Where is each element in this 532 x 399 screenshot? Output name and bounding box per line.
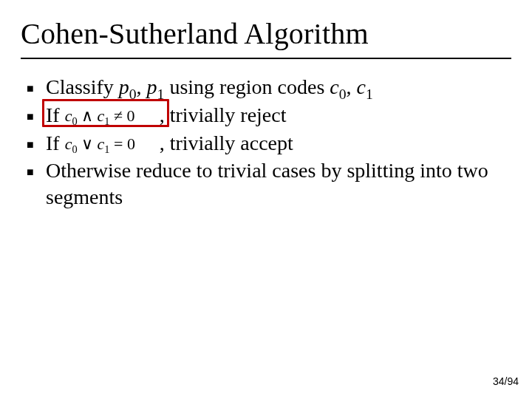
- page-number: 34/94: [493, 375, 519, 387]
- bullet-icon: ■: [27, 130, 46, 152]
- sub: 0: [72, 143, 77, 155]
- t: If: [46, 132, 65, 154]
- var-c0: c: [330, 75, 338, 98]
- bullet-4: ■ Otherwise reduce to trivial cases by s…: [27, 157, 507, 211]
- t: ,: [137, 75, 147, 98]
- fc0: c: [65, 134, 72, 153]
- var-c1: c: [357, 75, 366, 98]
- content-area: ■ Classify p0, p1 using region codes c0,…: [27, 74, 507, 212]
- op-eq: = 0: [110, 134, 135, 153]
- bullet-3-text: If c0 ∨ c1 = 0 , trivially accept: [46, 130, 507, 157]
- fc1: c: [98, 134, 105, 153]
- sub: 1: [104, 143, 109, 155]
- bullet-1: ■ Classify p0, p1 using region codes c0,…: [27, 74, 507, 100]
- bullet-icon: ■: [27, 74, 46, 96]
- title-rule: [21, 58, 511, 59]
- highlight-box: [42, 99, 169, 127]
- t: ,: [347, 75, 357, 98]
- sub: 0: [339, 86, 347, 102]
- slide: Cohen-Sutherland Algorithm ■ Classify p0…: [0, 0, 532, 399]
- t: , trivially reject: [160, 103, 287, 126]
- sub: 1: [366, 86, 373, 102]
- var-p0: p: [119, 75, 129, 98]
- slide-title: Cohen-Sutherland Algorithm: [21, 16, 369, 51]
- t: , trivially accept: [160, 132, 293, 154]
- bullet-3: ■ If c0 ∨ c1 = 0 , trivially accept: [27, 130, 507, 157]
- bullet-4-text: Otherwise reduce to trivial cases by spl…: [46, 157, 507, 211]
- bullet-1-text: Classify p0, p1 using region codes c0, c…: [46, 74, 507, 100]
- t: using region codes: [164, 75, 330, 98]
- t: Classify: [46, 75, 119, 98]
- var-p1: p: [147, 75, 157, 98]
- formula-accept: c0 ∨ c1 = 0: [65, 130, 160, 157]
- bullet-icon: ■: [27, 157, 46, 180]
- op-or: ∨: [78, 134, 98, 153]
